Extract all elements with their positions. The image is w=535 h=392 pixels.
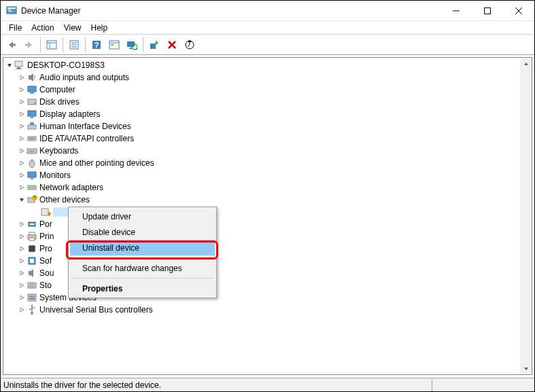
menu-help[interactable]: Help (87, 22, 112, 34)
scan-hardware-icon[interactable] (124, 37, 140, 53)
chevron-right-icon[interactable] (17, 281, 27, 290)
svg-rect-79 (28, 283, 36, 288)
computer-icon (14, 60, 25, 71)
properties-icon[interactable] (66, 37, 82, 53)
forward-button[interactable] (21, 37, 37, 53)
menu-file[interactable]: File (5, 22, 26, 34)
back-button[interactable] (3, 37, 20, 53)
tree-item[interactable]: Display adapters (17, 108, 530, 120)
tree-item[interactable]: Human Interface Devices (17, 120, 530, 132)
menu-view[interactable]: View (60, 22, 86, 34)
sound-icon (27, 268, 37, 279)
chevron-down-icon[interactable] (5, 60, 14, 70)
chevron-right-icon[interactable] (17, 171, 27, 180)
tree-item-label: Mice and other pointing devices (39, 158, 154, 168)
update-driver-icon[interactable] (182, 37, 198, 53)
chevron-right-icon[interactable] (17, 97, 27, 107)
tree-item[interactable]: Disk drives (17, 96, 530, 108)
warning-device-icon: ! (40, 207, 51, 217)
vertical-scrollbar[interactable] (520, 58, 532, 374)
svg-rect-5 (485, 7, 491, 14)
tree-item-label: Other devices (39, 195, 90, 204)
context-menu-scan[interactable]: Scan for hardware changes (70, 260, 215, 276)
svg-rect-33 (29, 75, 31, 79)
scroll-down-icon[interactable] (520, 363, 532, 374)
chevron-right-icon[interactable] (17, 122, 27, 131)
toolbar-separator (143, 37, 143, 52)
chevron-right-icon[interactable] (17, 268, 27, 278)
svg-rect-8 (13, 43, 16, 46)
chevron-right-icon[interactable] (17, 134, 27, 143)
tree-item-label: Network adapters (39, 183, 103, 192)
chevron-right-icon[interactable] (17, 256, 27, 266)
computer-icon (27, 84, 37, 95)
status-separator (432, 379, 432, 391)
tree-item[interactable]: Keyboards (17, 145, 530, 157)
tree-item-label: Pro (39, 244, 52, 253)
usb-icon (27, 304, 37, 315)
speaker-icon (27, 72, 37, 83)
show-hide-console-icon[interactable] (44, 37, 60, 53)
chevron-right-icon[interactable] (17, 183, 27, 192)
context-menu-properties[interactable]: Properties (70, 281, 215, 296)
svg-rect-81 (29, 286, 35, 287)
chevron-right-icon[interactable] (17, 305, 27, 315)
tree-item-label: Human Interface Devices (39, 122, 131, 131)
chevron-right-icon[interactable] (17, 219, 27, 229)
enable-icon[interactable] (146, 37, 162, 53)
context-menu-update[interactable]: Update driver (70, 209, 215, 224)
keyboard-icon (27, 145, 37, 156)
svg-rect-84 (29, 298, 35, 300)
context-menu-uninstall[interactable]: Uninstall device (70, 240, 215, 255)
tree-item[interactable]: IDE ATA/ATAPI controllers (17, 132, 530, 145)
chevron-down-icon[interactable] (17, 195, 27, 204)
tree-item-label: Universal Serial Bus controllers (39, 305, 153, 315)
close-button[interactable] (503, 1, 534, 21)
chevron-right-icon[interactable] (17, 158, 27, 168)
tree-item-label: Monitors (39, 171, 71, 180)
chevron-right-icon[interactable] (17, 293, 27, 302)
network-icon (27, 182, 37, 193)
ide-icon (27, 133, 37, 144)
chevron-right-icon[interactable] (17, 73, 27, 82)
chevron-right-icon[interactable] (17, 244, 27, 253)
svg-text:!: ! (49, 212, 50, 216)
chevron-right-icon[interactable] (17, 85, 27, 94)
chevron-right-icon[interactable] (17, 146, 27, 156)
tree-root[interactable]: DESKTOP-CO198S3 (5, 59, 530, 71)
minimize-button[interactable] (441, 1, 472, 21)
svg-rect-51 (28, 172, 36, 177)
svg-text:?: ? (94, 41, 99, 49)
svg-rect-32 (16, 69, 22, 69)
tree-item[interactable]: Monitors (17, 169, 530, 181)
svg-point-37 (34, 103, 35, 104)
menu-action[interactable]: Action (27, 22, 58, 34)
tree-item[interactable]: Computer (17, 84, 530, 96)
tree-item[interactable]: Network adapters (17, 181, 530, 194)
svg-rect-2 (8, 10, 11, 10)
svg-rect-66 (29, 238, 35, 240)
chevron-right-icon[interactable] (17, 109, 27, 119)
tree-item[interactable]: ?Other devices (17, 194, 530, 206)
window-title: Device Manager (21, 6, 441, 16)
toolbar-separator (40, 37, 41, 52)
uninstall-icon[interactable] (164, 37, 180, 53)
maximize-button[interactable] (472, 1, 503, 21)
tree-item[interactable]: Audio inputs and outputs (17, 71, 530, 84)
scroll-up-icon[interactable] (520, 58, 532, 69)
tree-item-label: Prin (39, 232, 54, 241)
storage-icon (27, 280, 37, 291)
svg-rect-80 (29, 284, 35, 285)
system-icon (27, 292, 37, 303)
svg-rect-41 (30, 122, 34, 125)
tree-item[interactable]: Mice and other pointing devices (17, 157, 530, 169)
help-icon[interactable]: ? (88, 37, 105, 53)
svg-rect-46 (31, 150, 32, 151)
tree-item-label: Display adapters (39, 109, 100, 119)
svg-rect-34 (28, 86, 36, 92)
action-icon[interactable] (106, 37, 122, 53)
chevron-right-icon[interactable] (17, 232, 27, 241)
tree-item[interactable]: Universal Serial Bus controllers (17, 304, 530, 316)
context-menu-disable[interactable]: Disable device (70, 224, 215, 240)
tree-root-label: DESKTOP-CO198S3 (27, 60, 105, 70)
